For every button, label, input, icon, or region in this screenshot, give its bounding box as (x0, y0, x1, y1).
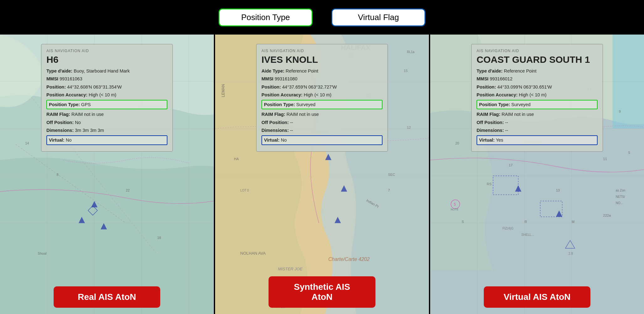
popup-card-synthetic: AIS NAVIGATION AID IVES KNOLL Aide Type:… (256, 44, 388, 152)
bottom-bar-real: Real AIS AtoN (54, 286, 160, 308)
main-container: Position Type Virtual Flag (0, 0, 644, 314)
svg-text:20: 20 (455, 141, 459, 145)
svg-text:14: 14 (25, 141, 29, 145)
popup-row-2-real: Position: 44°32.608′N 063°31.354′W (46, 84, 167, 90)
popup-card-real: AIS NAVIGATION AID H6 Type d'aide: Buoy,… (41, 44, 173, 152)
svg-text:13: 13 (556, 188, 560, 192)
bottom-bar-virtual: Virtual AIS AtoN (484, 286, 590, 308)
svg-text:8: 8 (57, 173, 59, 176)
svg-text:12: 12 (407, 126, 411, 129)
popup-card-virtual: AIS NAVIGATION AID COAST GUARD SOUTH 1 T… (471, 44, 603, 152)
popup-row-virtual-synthetic: Virtual: No (261, 135, 383, 145)
svg-rect-47 (613, 35, 644, 129)
popup-row-raim-virtual: RAIM Flag: RAIM not in use (477, 111, 598, 117)
svg-text:2.8: 2.8 (568, 252, 573, 255)
svg-text:Charte/Carte 4202: Charte/Carte 4202 (328, 256, 370, 262)
svg-text:S: S (462, 220, 464, 224)
popup-row-0-virtual: Type d'aide: Reference Point (477, 68, 598, 74)
panel-real: 14 8 22 18 Shoal AIS NAVIGATION AID H6 T… (0, 35, 214, 314)
popup-category-real: AIS NAVIGATION AID (46, 49, 167, 53)
svg-text:HA: HA (234, 157, 239, 161)
popup-category-synthetic: AIS NAVIGATION AID (261, 49, 383, 53)
panel-synthetic: HALIFAX LEMAN HA LOT 0 NOLHAN AVA MISTER… (215, 35, 429, 314)
svg-text:NO...: NO... (616, 201, 623, 205)
svg-text:17: 17 (509, 163, 513, 167)
popup-row-3-virtual: Position Accuracy: High (< 10 m) (477, 92, 598, 98)
popup-title-synthetic: IVES KNOLL (261, 54, 383, 65)
svg-text:RL1a: RL1a (407, 50, 414, 54)
popup-row-3-synthetic: Position Accuracy: High (< 10 m) (261, 92, 383, 98)
bottom-bar-synthetic: Synthetic AIS AtoN (269, 276, 376, 308)
svg-text:LOT 0: LOT 0 (240, 189, 249, 192)
header-row: Position Type Virtual Flag (0, 0, 644, 35)
popup-row-0-real: Type d'aide: Buoy, Starboard Hand Mark (46, 68, 167, 74)
popup-row-position-type-real: Position Type: GPS (46, 100, 167, 109)
svg-text:as Zon: as Zon (616, 189, 626, 192)
popup-row-offpos-real: Off Position: No (46, 119, 167, 126)
svg-text:222a: 222a (603, 214, 611, 217)
popup-row-dimensions-synthetic: Dimensions: -- (261, 127, 383, 133)
popup-row-offpos-virtual: Off Position: -- (477, 119, 598, 126)
svg-text:M: M (572, 220, 574, 224)
svg-text:9: 9 (619, 110, 621, 113)
svg-text:11: 11 (603, 157, 607, 161)
popup-row-virtual-virtual: Virtual: Yes (477, 135, 598, 145)
popup-row-0-synthetic: Aide Type: Reference Point (261, 68, 383, 74)
svg-text:Shoal: Shoal (38, 252, 46, 255)
position-type-label: Position Type (219, 8, 313, 26)
popup-row-virtual-real: Virtual: No (46, 135, 167, 145)
popup-row-2-synthetic: Position: 44°37.659′N 063°32.727′W (261, 84, 383, 90)
popup-row-1-synthetic: MMSI 993161080 (261, 76, 383, 82)
svg-text:RS: RS (487, 182, 492, 186)
popup-row-3-real: Position Accuracy: High (< 10 m) (46, 92, 167, 98)
panel-virtual: 20 17 13 11 S R M 222a as Zon NETS/ NO..… (430, 35, 644, 314)
svg-text:NOTE: NOTE (451, 208, 458, 211)
svg-text:18: 18 (157, 236, 161, 240)
popup-row-dimensions-real: Dimensions: 3m 3m 3m 3m (46, 127, 167, 133)
popup-row-2-virtual: Position: 44°33.099′N 063°30.651′W (477, 84, 598, 90)
svg-text:7: 7 (388, 188, 390, 192)
popup-row-raim-real: RAIM Flag: RAIM not in use (46, 111, 167, 117)
svg-text:NOLHAN AVA: NOLHAN AVA (240, 251, 266, 256)
svg-text:15: 15 (404, 69, 408, 73)
svg-text:5: 5 (454, 202, 456, 207)
svg-text:NETS/: NETS/ (616, 195, 625, 198)
popup-title-virtual: COAST GUARD SOUTH 1 (477, 54, 598, 65)
popup-row-raim-synthetic: RAIM Flag: RAIM not in use (261, 111, 383, 117)
popup-row-1-virtual: MMSI 993166012 (477, 76, 598, 82)
svg-text:22: 22 (126, 188, 129, 192)
popup-row-1-real: MMSI 993161063 (46, 76, 167, 82)
popup-row-position-type-synthetic: Position Type: Surveyed (261, 100, 383, 109)
svg-text:LEMAN: LEMAN (221, 84, 225, 97)
svg-text:R: R (525, 220, 527, 224)
popup-row-offpos-synthetic: Off Position: -- (261, 119, 383, 126)
virtual-flag-label: Virtual Flag (331, 8, 425, 26)
svg-text:FIZ(4)G: FIZ(4)G (503, 227, 514, 230)
popup-category-virtual: AIS NAVIGATION AID (477, 49, 598, 53)
svg-text:SEC: SEC (388, 173, 395, 176)
svg-text:5: 5 (628, 151, 630, 154)
popup-row-dimensions-virtual: Dimensions: -- (477, 127, 598, 133)
popup-title-real: H6 (46, 54, 167, 65)
svg-text:MISTER JOE: MISTER JOE (278, 267, 303, 271)
popup-row-position-type-virtual: Position Type: Surveyed (477, 100, 598, 109)
svg-text:SHELL...: SHELL... (521, 233, 534, 236)
panels-row: 14 8 22 18 Shoal AIS NAVIGATION AID H6 T… (0, 35, 644, 314)
